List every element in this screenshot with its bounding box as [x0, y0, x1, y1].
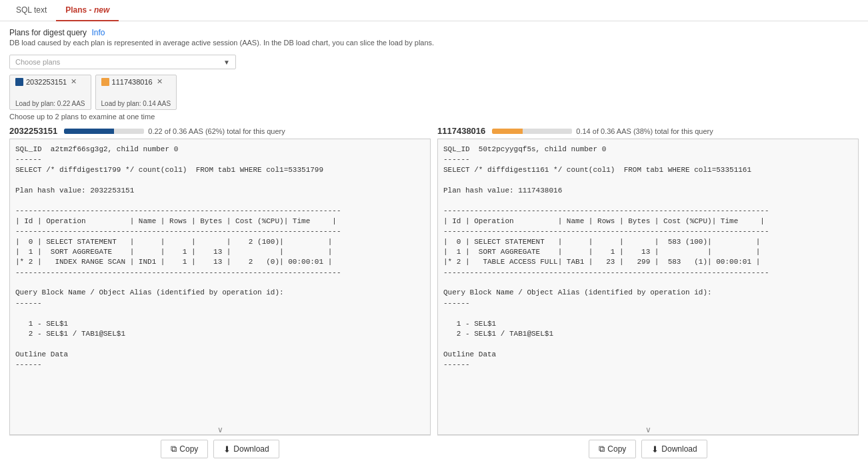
plan1-download-button[interactable]: ⬇ Download — [213, 440, 279, 458]
panel-separator — [431, 126, 437, 462]
plan2-scroll-area[interactable]: SQL_ID 50t2pcyygqf5s, child number 0 ---… — [438, 139, 858, 434]
panels-row: 2032253151 0.22 of 0.36 AAS (62%) total … — [9, 126, 859, 462]
download-icon-1: ⬇ — [223, 444, 231, 454]
plan1-scroll-area[interactable]: SQL_ID a2tm2f66sg3g2, child number 0 ---… — [10, 139, 430, 434]
plan2-id: 1117438016 — [437, 126, 485, 136]
dropdown-placeholder: Choose plans — [15, 58, 60, 66]
panels-wrapper: 2032253151 0.22 of 0.36 AAS (62%) total … — [9, 126, 859, 462]
plan2-header: 1117438016 0.14 of 0.36 AAS (38%) total … — [437, 126, 859, 136]
plan2-bar-fill — [492, 129, 523, 134]
copy-icon-1: ⧉ — [171, 444, 177, 454]
header-title: Plans for digest query Info — [9, 28, 859, 37]
plan2-bar-container: 0.14 of 0.36 AAS (38%) total for this qu… — [492, 127, 859, 135]
plan1-download-label: Download — [233, 444, 269, 454]
download-icon-2: ⬇ — [651, 444, 659, 454]
plan1-value: 2032253151 — [26, 78, 67, 86]
copy-icon-2: ⧉ — [599, 444, 605, 454]
tab-bar: SQL text Plans - new — [0, 0, 868, 21]
new-badge: - new — [89, 5, 110, 15]
plan2-close-button[interactable]: ✕ — [157, 77, 163, 86]
plan1-close-button[interactable]: ✕ — [71, 77, 77, 86]
plan-tag-2: 1117438016✕ Load by plan: 0.14 AAS — [95, 75, 177, 110]
plan-tag-1: 2032253151✕ Load by plan: 0.22 AAS — [9, 75, 91, 110]
plan2-footer: ⧉ Copy ⬇ Download — [437, 435, 859, 462]
plans-dropdown[interactable]: Choose plans ▼ — [9, 55, 236, 69]
plan2-bar-label: 0.14 of 0.36 AAS (38%) total for this qu… — [576, 127, 713, 135]
plan1-scroll-down-icon[interactable]: ∨ — [217, 425, 223, 434]
hint-text: Choose up to 2 plans to examine at one t… — [9, 113, 859, 121]
plan-tags: 2032253151✕ Load by plan: 0.22 AAS 11174… — [9, 75, 859, 110]
plan1-content-wrap: SQL_ID a2tm2f66sg3g2, child number 0 ---… — [9, 139, 431, 435]
plan1-bar-container: 0.22 of 0.36 AAS (62%) total for this qu… — [64, 127, 431, 135]
plan2-color-box — [101, 78, 109, 86]
plan1-sub-label: Load by plan: 0.22 AAS — [15, 100, 85, 107]
plan1-header: 2032253151 0.22 of 0.36 AAS (62%) total … — [9, 126, 431, 136]
plan-panel-2: 1117438016 0.14 of 0.36 AAS (38%) total … — [437, 126, 859, 462]
plan2-copy-label: Copy — [607, 444, 626, 454]
plan1-text: SQL_ID a2tm2f66sg3g2, child number 0 ---… — [15, 145, 425, 370]
plan2-copy-button[interactable]: ⧉ Copy — [589, 440, 636, 458]
info-link[interactable]: Info — [91, 28, 105, 37]
plan2-bar-track — [492, 129, 572, 134]
header-description: DB load caused by each plan is represent… — [9, 39, 859, 47]
plan1-footer: ⧉ Copy ⬇ Download — [9, 435, 431, 462]
tab-plans-new[interactable]: Plans - new — [56, 0, 119, 21]
plan2-scroll-down-icon[interactable]: ∨ — [645, 425, 651, 434]
plan1-bar-label: 0.22 of 0.36 AAS (62%) total for this qu… — [148, 127, 285, 135]
plan1-bar-fill — [64, 129, 113, 134]
plan2-sub-label: Load by plan: 0.14 AAS — [101, 100, 171, 107]
plan2-text: SQL_ID 50t2pcyygqf5s, child number 0 ---… — [443, 145, 853, 370]
plan2-value: 1117438016 — [112, 78, 153, 86]
plan1-id: 2032253151 — [9, 126, 57, 136]
main-content: Plans for digest query Info DB load caus… — [0, 21, 868, 462]
plan2-download-label: Download — [661, 444, 697, 454]
plan1-copy-label: Copy — [179, 444, 198, 454]
plan1-bar-track — [64, 129, 144, 134]
header-section: Plans for digest query Info DB load caus… — [9, 28, 859, 51]
plan1-color-box — [15, 78, 23, 86]
plan2-download-button[interactable]: ⬇ Download — [641, 440, 707, 458]
app-container: SQL text Plans - new Plans for digest qu… — [0, 0, 868, 462]
plan2-content-wrap: SQL_ID 50t2pcyygqf5s, child number 0 ---… — [437, 139, 859, 435]
plan1-copy-button[interactable]: ⧉ Copy — [161, 440, 208, 458]
tab-sql-text[interactable]: SQL text — [7, 0, 56, 21]
chevron-down-icon: ▼ — [223, 59, 230, 66]
plan-panel-1: 2032253151 0.22 of 0.36 AAS (62%) total … — [9, 126, 431, 462]
